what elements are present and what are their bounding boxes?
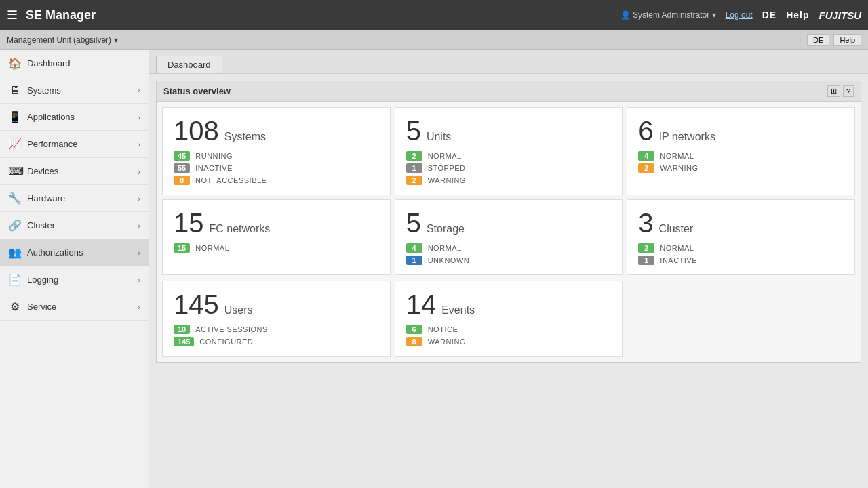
cluster-icon: 🔗 bbox=[8, 219, 22, 232]
status-card-users[interactable]: 145Users10ACTIVE SESSIONS145CONFIGURED bbox=[162, 281, 391, 357]
row-label-ip-networks-1: WARNING bbox=[660, 164, 698, 172]
sidebar-label-dashboard: Dashboard bbox=[27, 58, 140, 68]
sidebar-item-systems[interactable]: 🖥 Systems › bbox=[0, 77, 149, 104]
sidebar-label-performance: Performance bbox=[27, 139, 132, 149]
tab-dashboard[interactable]: Dashboard bbox=[156, 56, 222, 73]
authorizations-arrow: › bbox=[138, 249, 140, 257]
sidebar-item-devices[interactable]: ⌨ Devices › bbox=[0, 158, 149, 185]
badge-storage-1: 1 bbox=[406, 256, 422, 265]
language-button[interactable]: DE bbox=[807, 34, 829, 46]
sidebar-item-service[interactable]: ⚙ Service › bbox=[0, 293, 149, 321]
badge-units-1: 1 bbox=[406, 163, 422, 173]
status-card-events[interactable]: 14Events6NOTICE8WARNING bbox=[395, 281, 623, 357]
card-row-events-0: 6NOTICE bbox=[406, 325, 612, 334]
status-table-view-button[interactable]: ⊞ bbox=[827, 85, 840, 97]
status-overview-actions: ⊞ ? bbox=[827, 85, 854, 97]
dashboard-icon: 🏠 bbox=[8, 57, 22, 70]
sidebar-label-service: Service bbox=[27, 302, 132, 312]
card-row-storage-1: 1UNKNOWN bbox=[406, 256, 612, 265]
help-button[interactable]: Help bbox=[833, 34, 861, 46]
user-dropdown-icon: ▾ bbox=[712, 10, 716, 20]
status-card-fc-networks[interactable]: 15FC networks15NORMAL bbox=[162, 199, 391, 275]
card-row-systems-1: 55INACTIVE bbox=[174, 163, 379, 173]
badge-systems-2: 8 bbox=[174, 176, 190, 185]
logout-link[interactable]: Log out bbox=[726, 10, 753, 20]
card-title-storage: Storage bbox=[427, 223, 465, 235]
logging-arrow: › bbox=[138, 276, 140, 284]
card-title-events: Events bbox=[441, 304, 475, 317]
status-overview-title: Status overview bbox=[163, 86, 231, 96]
language-selector[interactable]: DE bbox=[762, 9, 776, 20]
sidebar-label-cluster: Cluster bbox=[27, 220, 132, 230]
systems-icon: 🖥 bbox=[8, 84, 22, 96]
card-number-users: 145 bbox=[174, 291, 219, 318]
card-number-events: 14 bbox=[406, 291, 437, 318]
card-row-fc-networks-0: 15NORMAL bbox=[174, 243, 379, 253]
row-label-users-1: CONFIGURED bbox=[199, 338, 253, 346]
user-menu[interactable]: 👤 System Administrator ▾ bbox=[620, 10, 716, 20]
card-number-systems: 108 bbox=[174, 117, 219, 144]
row-label-systems-0: RUNNING bbox=[195, 152, 233, 160]
card-row-events-1: 8WARNING bbox=[406, 337, 612, 346]
status-card-storage[interactable]: 5Storage4NORMAL1UNKNOWN bbox=[395, 199, 623, 275]
row-label-storage-1: UNKNOWN bbox=[428, 256, 470, 264]
row-label-events-1: WARNING bbox=[428, 338, 466, 346]
status-card-cluster[interactable]: 3Cluster2NORMAL1INACTIVE bbox=[627, 199, 855, 275]
sidebar-label-authorizations: Authorizations bbox=[27, 247, 132, 258]
sidebar-item-performance[interactable]: 📈 Performance › bbox=[0, 131, 149, 158]
row-label-units-2: WARNING bbox=[428, 176, 466, 184]
menu-toggle-button[interactable]: ☰ bbox=[7, 7, 18, 22]
content-area: Status overview ⊞ ? 108Systems45RUNNING5… bbox=[149, 74, 868, 376]
sidebar-item-hardware[interactable]: 🔧 Hardware › bbox=[0, 185, 149, 212]
user-icon: 👤 bbox=[620, 10, 631, 20]
sidebar: 🏠 Dashboard 🖥 Systems › 📱 Applications ›… bbox=[0, 50, 149, 488]
card-row-ip-networks-1: 2WARNING bbox=[638, 163, 844, 173]
sidebar-label-logging: Logging bbox=[27, 274, 132, 285]
status-help-button[interactable]: ? bbox=[843, 85, 854, 97]
row-label-cluster-1: INACTIVE bbox=[660, 256, 697, 264]
card-title-users: Users bbox=[224, 304, 253, 317]
card-row-storage-0: 4NORMAL bbox=[406, 243, 612, 253]
badge-units-2: 2 bbox=[406, 176, 422, 185]
row-label-ip-networks-0: NORMAL bbox=[660, 152, 694, 160]
systems-arrow: › bbox=[138, 86, 140, 94]
help-link[interactable]: Help bbox=[786, 9, 809, 20]
row-label-systems-1: INACTIVE bbox=[195, 164, 233, 172]
status-card-units[interactable]: 5Units2NORMAL1STOPPED2WARNING bbox=[395, 107, 623, 195]
sidebar-label-hardware: Hardware bbox=[27, 193, 132, 203]
performance-arrow: › bbox=[138, 140, 140, 148]
badge-events-0: 6 bbox=[406, 325, 422, 334]
status-card-ip-networks[interactable]: 6IP networks4NORMAL2WARNING bbox=[627, 107, 855, 195]
hardware-icon: 🔧 bbox=[8, 192, 22, 205]
applications-icon: 📱 bbox=[8, 110, 22, 123]
row-label-storage-0: NORMAL bbox=[428, 244, 462, 252]
card-title-ip-networks: IP networks bbox=[659, 131, 715, 143]
fujitsu-logo: FUJITSU bbox=[818, 9, 861, 21]
badge-users-0: 10 bbox=[174, 325, 190, 334]
main-content: Dashboard Status overview ⊞ ? 108Systems… bbox=[149, 50, 868, 488]
sidebar-item-applications[interactable]: 📱 Applications › bbox=[0, 104, 149, 131]
hardware-arrow: › bbox=[138, 195, 140, 203]
main-layout: 🏠 Dashboard 🖥 Systems › 📱 Applications ›… bbox=[0, 50, 868, 488]
sidebar-item-logging[interactable]: 📄 Logging › bbox=[0, 266, 149, 293]
badge-users-1: 145 bbox=[174, 337, 194, 346]
row-label-systems-2: NOT_ACCESSIBLE bbox=[195, 176, 267, 184]
card-title-fc-networks: FC networks bbox=[210, 223, 271, 235]
card-row-units-1: 1STOPPED bbox=[406, 163, 612, 173]
status-card-systems[interactable]: 108Systems45RUNNING55INACTIVE8NOT_ACCESS… bbox=[162, 107, 391, 195]
sidebar-label-applications: Applications bbox=[27, 112, 132, 122]
status-grid-top: 108Systems45RUNNING55INACTIVE8NOT_ACCESS… bbox=[157, 102, 861, 281]
sidebar-item-cluster[interactable]: 🔗 Cluster › bbox=[0, 212, 149, 239]
service-arrow: › bbox=[138, 303, 140, 311]
sidebar-label-devices: Devices bbox=[27, 166, 132, 176]
row-label-cluster-0: NORMAL bbox=[660, 244, 694, 252]
sidebar-label-systems: Systems bbox=[27, 85, 132, 96]
row-label-users-0: ACTIVE SESSIONS bbox=[195, 325, 268, 333]
sidebar-item-authorizations[interactable]: 👥 Authorizations › bbox=[0, 239, 149, 266]
card-title-cluster: Cluster bbox=[659, 223, 694, 235]
management-unit-selector[interactable]: Management Unit (abgsilver) ▾ bbox=[7, 35, 118, 45]
cluster-arrow: › bbox=[138, 222, 140, 230]
sidebar-item-dashboard[interactable]: 🏠 Dashboard bbox=[0, 50, 149, 77]
devices-arrow: › bbox=[138, 167, 140, 176]
logging-icon: 📄 bbox=[8, 273, 22, 286]
